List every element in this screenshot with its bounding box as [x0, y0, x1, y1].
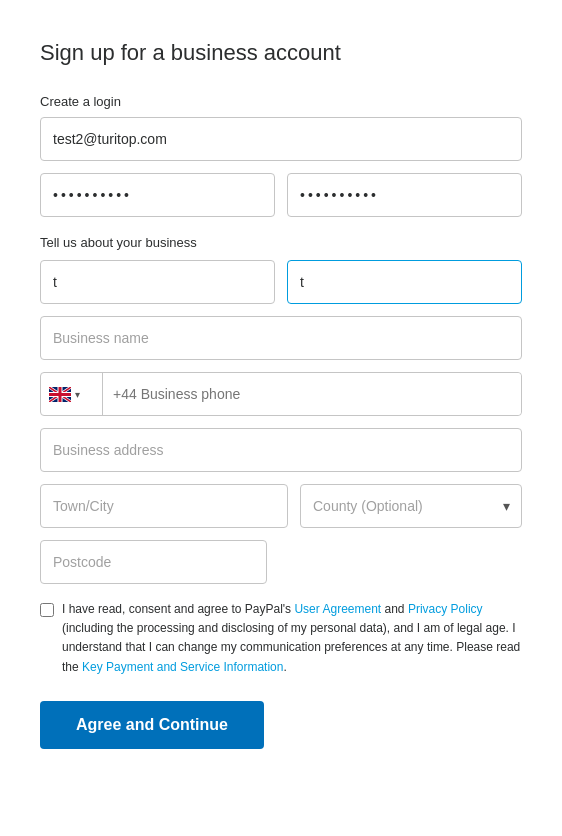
country-chevron-icon: ▾: [75, 389, 80, 400]
phone-field[interactable]: [103, 373, 521, 415]
agree-checkbox[interactable]: [40, 603, 54, 617]
county-select[interactable]: County (Optional) Greater London West Mi…: [300, 484, 522, 528]
county-select-wrapper: County (Optional) Greater London West Mi…: [300, 484, 522, 528]
country-code-selector[interactable]: ▾: [41, 373, 103, 415]
uk-flag-icon: [49, 387, 71, 402]
last-name-field[interactable]: [287, 260, 522, 304]
postcode-field[interactable]: [40, 540, 267, 584]
business-section-label: Tell us about your business: [40, 235, 522, 250]
privacy-policy-link[interactable]: Privacy Policy: [408, 602, 483, 616]
password-field[interactable]: [40, 173, 275, 217]
town-field[interactable]: [40, 484, 288, 528]
key-payment-link[interactable]: Key Payment and Service Information: [82, 660, 283, 674]
agree-section: I have read, consent and agree to PayPal…: [40, 600, 522, 677]
business-name-field[interactable]: [40, 316, 522, 360]
page-title: Sign up for a business account: [40, 40, 522, 66]
signup-card: Sign up for a business account Create a …: [0, 0, 562, 836]
confirm-password-field[interactable]: [287, 173, 522, 217]
address-field[interactable]: [40, 428, 522, 472]
user-agreement-link[interactable]: User Agreement: [294, 602, 381, 616]
agree-text: I have read, consent and agree to PayPal…: [62, 600, 522, 677]
email-field[interactable]: [40, 117, 522, 161]
phone-input-wrapper: ▾: [40, 372, 522, 416]
agree-continue-button[interactable]: Agree and Continue: [40, 701, 264, 749]
first-name-field[interactable]: [40, 260, 275, 304]
create-login-label: Create a login: [40, 94, 522, 109]
